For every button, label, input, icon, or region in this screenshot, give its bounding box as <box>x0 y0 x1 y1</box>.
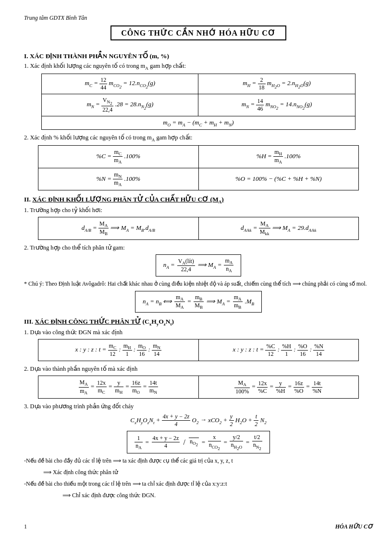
conclusion-4: ⟹ Chỉ xác định được công thức ĐGN. <box>24 491 373 500</box>
header-school: Trung tâm GDTX Bình Tân <box>24 14 373 22</box>
section-1-sub1: 1. Xác định khối lượng các nguyên tố có … <box>24 62 373 71</box>
avogadro-note: * Chú ý: Theo Định luật Avôgadrô: Hai ch… <box>24 279 373 288</box>
formula-pct-c: %C = mC mA .100% <box>38 145 198 168</box>
mass-formula-table: mC = 12 44 mCO2 = 12.nCO2(g) mH = 2 18 m… <box>41 74 355 130</box>
mass-fraction-table: MA mA = 12x mC = y mH = 16z mO <box>38 376 359 399</box>
formula-pct-o: %O = 100% − (%C + %H + %N) <box>198 168 358 190</box>
page-number: 1 <box>24 523 27 530</box>
section-3-case1: 1. Dựa vào công thức ĐGN mà xác định <box>24 328 373 336</box>
formula-mn: mN = VN2 22,4 .28 = 28.nN2(g) <box>42 94 198 116</box>
combustion-reaction: CxHyOzNt + 4x + y − 2z 4 O2 → xCO2 + y 2… <box>24 413 373 428</box>
mass-frac-left: MA mA = 12x mC = y mH = 16z mO <box>38 376 198 399</box>
section-3: III. XÁC ĐỊNH CÔNG THỨC PHÂN TỬ (CxHyOzN… <box>24 317 373 500</box>
volume-formula: nA = VA(lít) 22,4 ⟹ MA = mA nA <box>156 254 242 276</box>
section-2-title: II. XÁC ĐỊNH KHỐI LƯỢNG PHÂN TỬ CỦA CHẤT… <box>24 195 373 204</box>
title-container: CÔNG THỨC CẦN NHỚ HÓA HỮU CƠ <box>24 25 373 47</box>
conclusion-1: -Nếu đề bài cho đầy đủ các tỉ lệ trên ⟹ … <box>24 456 373 465</box>
formula-mo: mO = mA − (mC + mH + mN) <box>42 116 355 130</box>
ratio-formula: 1 nA = 4x + y − 2z 4 / nO2 = x nCO2 = y/… <box>127 431 270 453</box>
main-title: CÔNG THỨC CẦN NHỚ HÓA HỮU CƠ <box>110 25 286 40</box>
conclusion-2: ⟹ Xác định công thức phân tử <box>24 468 373 477</box>
section-1-sub2: 2. Xác định % khối lượng các nguyên tố c… <box>24 134 373 142</box>
conclusion-3: -Nếu đề bài cho thiếu một trong các tỉ l… <box>24 479 373 488</box>
footer-right: HÓA HỮU CƠ <box>335 523 373 530</box>
dgn-formula-left: x : y : z : t = mC 12 : mH 1 : mO 16 : <box>38 339 198 361</box>
footer: 1 HÓA HỮU CƠ <box>24 523 373 530</box>
formula-mh: mH = 2 18 mH2O = 2.nH2O(g) <box>198 74 355 94</box>
avogadro-formula: nA = nB ⟺ mA MA = mB MB ⟹ MA = mA mB .MB <box>135 291 262 313</box>
density-formula-table: dA/B = MA MB ⟹ MA = MB.dA/B dA/kk = MA M… <box>38 217 359 240</box>
volume-formula-block: nA = VA(lít) 22,4 ⟹ MA = mA nA <box>24 254 373 276</box>
section-3-case2: 2. Dựa vào thành phần nguyên tố mà xác đ… <box>24 365 373 373</box>
formula-pct-h: %H = mH mA .100% <box>198 145 358 168</box>
section-3-case3: 3. Dựa vào phương trình phản ứng đốt chá… <box>24 402 373 410</box>
formula-d-air: dA/kk = MA Mkk ⟹ MA = 29.dA/kk <box>198 217 358 240</box>
ratio-formula-block: 1 nA = 4x + y − 2z 4 / nO2 = x nCO2 = y/… <box>24 431 373 453</box>
section-2: II. XÁC ĐỊNH KHỐI LƯỢNG PHÂN TỬ CỦA CHẤT… <box>24 195 373 313</box>
section-2-case2: 2. Trường hợp cho thể tích phân tử gam: <box>24 244 373 251</box>
formula-pct-n: %N = mN mA .100% <box>38 168 198 190</box>
mass-frac-right: MA 100% = 12x %C = y %H = 16z %O <box>198 376 358 399</box>
dgn-formula-table: x : y : z : t = mC 12 : mH 1 : mO 16 : <box>38 339 359 361</box>
section-1-title: I. XÁC ĐỊNH THÀNH PHẦN NGUYÊN TỐ (m, %) <box>24 52 373 60</box>
formula-mno2: mN = 14 46 mNO2 = 14.nNO2(g) <box>198 94 355 116</box>
formula-mc: mC = 12 44 mCO2 = 12.nCO2(g) <box>42 74 198 94</box>
section-3-title: III. XÁC ĐỊNH CÔNG THỨC PHÂN TỬ (CxHyOzN… <box>24 317 373 327</box>
section-2-case1: 1. Trường hợp cho tỷ khối hơi: <box>24 206 373 214</box>
dgn-formula-right: x : y : z : t = %C 12 : %H 1 : %O 16 : <box>198 339 358 361</box>
avogadro-formula-block: nA = nB ⟺ mA MA = mB MB ⟹ MA = mA mB .MB <box>24 291 373 313</box>
percent-formula-table: %C = mC mA .100% %H = mH mA .100% %N = <box>38 145 359 191</box>
section-1: I. XÁC ĐỊNH THÀNH PHẦN NGUYÊN TỐ (m, %) … <box>24 52 373 190</box>
formula-d-ab: dA/B = MA MB ⟹ MA = MB.dA/B <box>38 217 198 240</box>
